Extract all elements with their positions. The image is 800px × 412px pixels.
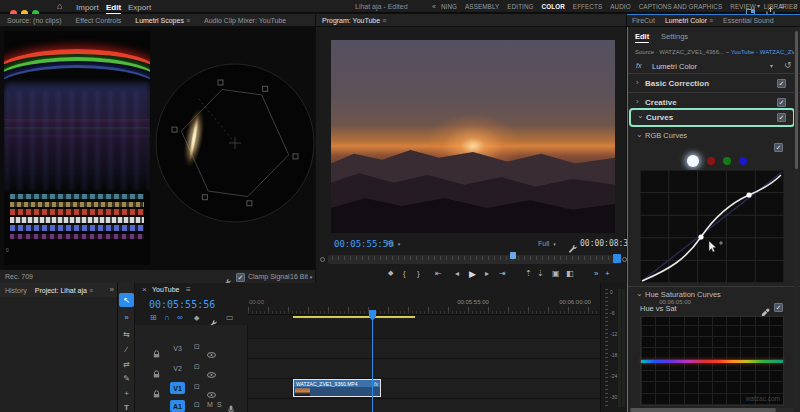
hue-spectrum-line[interactable] <box>641 360 783 363</box>
workspace-effects[interactable]: EFFECTS <box>569 3 606 10</box>
sync-lock-icon[interactable]: ⊡ <box>194 383 200 391</box>
workspace-chevron-icon[interactable]: ▾ <box>757 3 760 9</box>
tab-history[interactable]: History <box>0 287 32 294</box>
menu-export[interactable]: Export <box>128 3 151 12</box>
timeline-timecode[interactable]: 00:05:55:56 <box>149 299 215 310</box>
track-v2-label[interactable]: V2 <box>170 362 185 374</box>
lift-button[interactable]: ⇡ <box>525 269 532 278</box>
close-tab-icon[interactable]: × <box>142 286 147 294</box>
rgb-curves-checkbox[interactable]: ✓ <box>774 143 783 152</box>
razor-tool[interactable]: ∕ <box>119 342 134 356</box>
selection-tool[interactable]: ↖ <box>119 293 134 307</box>
eye-icon[interactable] <box>207 384 216 402</box>
go-to-in-button[interactable]: ⇤ <box>435 269 442 278</box>
extract-button[interactable]: ⇣ <box>537 269 544 278</box>
vectorscope[interactable] <box>150 58 320 228</box>
waveform-scope[interactable]: 0 <box>4 31 150 265</box>
workspace-assembly[interactable]: ASSEMBLY <box>461 3 503 10</box>
clamp-signal-checkbox[interactable]: ✓ <box>236 273 245 282</box>
track-a1-label[interactable]: A1 <box>170 400 185 412</box>
lumetri-vscrollbar[interactable] <box>794 29 799 409</box>
section-basic-correction[interactable]: › Basic Correction ✓ <box>628 74 800 93</box>
solo-button[interactable]: S <box>217 401 222 408</box>
snap-icon[interactable]: ∩ <box>164 314 170 322</box>
section-curves[interactable]: ⌄ Curves ✓ <box>629 108 795 127</box>
settings-box-icon[interactable]: ▭ <box>226 314 234 322</box>
curves-checkbox[interactable]: ✓ <box>777 113 786 122</box>
basic-correction-checkbox[interactable]: ✓ <box>777 79 786 88</box>
stacked-panels-icon[interactable]: ≡ <box>779 2 784 11</box>
panel-menu-icon[interactable]: ≡ <box>89 287 93 294</box>
tab-program-monitor[interactable]: Program: YouTube≡ <box>316 17 393 24</box>
red-channel-button[interactable] <box>707 157 715 165</box>
eye-icon[interactable] <box>207 344 216 362</box>
ripple-edit-tool[interactable]: ⇆ <box>119 327 134 341</box>
add-marker-icon[interactable]: ◆ <box>194 314 199 321</box>
timeline-ruler[interactable]: 00:00 00:05:55:00 00:06:00:00 00:06:05:0… <box>248 298 600 315</box>
tab-effect-controls[interactable]: Effect Controls <box>68 17 128 24</box>
rgb-curve-editor[interactable] <box>640 170 784 283</box>
track-select-forward-tool[interactable]: » <box>119 310 134 324</box>
lumetri-edit-tab[interactable]: Edit <box>635 32 649 43</box>
blue-channel-button[interactable] <box>739 157 747 165</box>
tab-lumetri-scopes[interactable]: Lumetri Scopes≡ <box>128 17 197 24</box>
workspace-captions[interactable]: CAPTIONS AND GRAPHICS <box>635 3 727 10</box>
workspace-editing[interactable]: EDITING <box>503 3 537 10</box>
workspace-learning[interactable]: NING <box>437 3 461 10</box>
zoom-handle-left[interactable] <box>320 257 325 262</box>
mic-icon[interactable] <box>228 400 234 412</box>
tab-overflow-icon[interactable]: » <box>110 286 114 294</box>
creative-checkbox[interactable]: ✓ <box>777 98 786 107</box>
panel-menu-icon[interactable]: ≡ <box>186 286 191 294</box>
workspace-audio[interactable]: AUDIO <box>606 3 634 10</box>
lock-icon[interactable] <box>153 384 160 402</box>
timeline-clip[interactable]: WATZAC_ZVE1_9360.MP4 fx <box>293 379 381 397</box>
sync-lock-icon[interactable]: ⊡ <box>194 401 200 409</box>
button-editor-button[interactable]: + <box>605 269 610 278</box>
add-marker-button[interactable]: ◆ <box>388 269 393 277</box>
playhead-line[interactable] <box>372 319 373 412</box>
tab-audio-clip-mixer[interactable]: Audio Clip Mixer: YouTube <box>197 17 293 24</box>
tab-firecut[interactable]: FireCut <box>627 17 660 24</box>
green-channel-button[interactable] <box>723 157 731 165</box>
step-back-button[interactable]: ◂ <box>455 269 459 278</box>
workspace-color[interactable]: COLOR <box>538 3 569 10</box>
lumetri-hscrollbar[interactable] <box>630 408 794 412</box>
lock-icon[interactable] <box>153 344 160 362</box>
track-v3-label[interactable]: V3 <box>170 342 185 354</box>
sync-lock-icon[interactable]: ⊡ <box>194 343 200 351</box>
panel-menu-icon[interactable]: ≡ <box>382 17 386 24</box>
comparison-view-button[interactable]: ◧ <box>566 269 574 278</box>
menu-edit[interactable]: Edit <box>106 3 121 14</box>
mute-button[interactable]: M <box>207 401 213 408</box>
swap-icon[interactable]: ~ <box>726 49 730 55</box>
play-button[interactable]: ▶ <box>469 269 476 279</box>
tab-essential-sound[interactable]: Essential Sound <box>718 17 779 24</box>
track-v1-label[interactable]: V1 <box>170 382 185 394</box>
type-tool[interactable]: T <box>119 400 134 412</box>
tab-sequence-youtube[interactable]: YouTube <box>152 286 180 293</box>
transport-more-button[interactable]: » <box>594 269 598 278</box>
tab-project[interactable]: Project: Lihat aja≡ <box>32 287 96 294</box>
slip-tool[interactable]: ⇄ <box>119 357 134 371</box>
target-sequence-label[interactable]: YouTube - WATZAC_ZVE1_4... <box>731 49 795 55</box>
master-channel-button[interactable] <box>687 155 699 167</box>
menu-import[interactable]: Import <box>76 3 99 12</box>
fit-dropdown[interactable]: Fit ▾ <box>386 240 400 247</box>
nest-toggle-icon[interactable]: ⊞ <box>150 314 157 322</box>
workspace-overflow-icon[interactable]: « <box>432 3 436 10</box>
home-icon[interactable]: ⌂ <box>57 2 62 11</box>
tab-source-monitor[interactable]: Source: (no clips) <box>0 17 68 24</box>
lumetri-settings-tab[interactable]: Settings <box>661 32 688 41</box>
panel-menu-icon[interactable]: ≡ <box>709 17 713 24</box>
pen-tool[interactable]: ✎ <box>119 371 134 385</box>
program-video-frame[interactable] <box>331 40 615 233</box>
mark-in-button[interactable]: { <box>403 269 406 278</box>
export-frame-button[interactable]: ▣ <box>552 269 560 278</box>
tab-lumetri-color[interactable]: Lumetri Color≡ <box>660 17 718 24</box>
playback-resolution-dropdown[interactable]: Full ▾ <box>538 240 556 247</box>
work-area-bar[interactable] <box>293 316 415 318</box>
panel-menu-icon[interactable]: ≡ <box>186 17 190 24</box>
scrubber-playhead[interactable] <box>613 254 621 263</box>
sync-lock-icon[interactable]: ⊡ <box>194 363 200 371</box>
